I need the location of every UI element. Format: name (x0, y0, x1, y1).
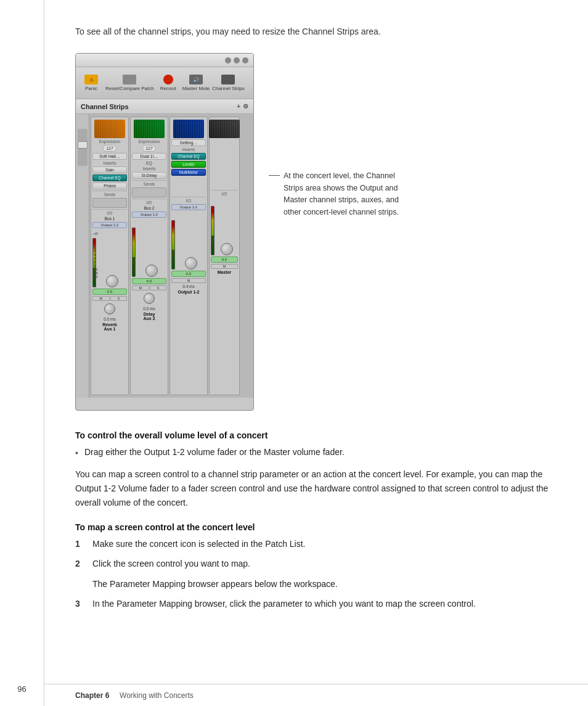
sends-section-1: Sends (92, 191, 127, 197)
expression-badge-2: 127 (142, 145, 156, 152)
solo-btn-2[interactable]: S (150, 285, 167, 290)
ms-buttons-3: M (171, 278, 206, 283)
toolbar-label-mute: Master Mute (182, 86, 210, 91)
footer-chapter-label: Chapter 6 (75, 691, 109, 700)
intro-text: To see all of the channel strips, you ma… (75, 25, 551, 38)
volume-knob-2[interactable] (145, 265, 158, 277)
toolbar-label-reset: Reset/Compare Patch (105, 86, 154, 91)
io-section-4: I/O (211, 190, 238, 196)
titlebar-circle-close (225, 57, 231, 64)
main-content: To see all of the channel strips, you ma… (44, 0, 588, 642)
add-strip-button[interactable]: + (237, 103, 240, 110)
toolbar-btn-panic[interactable]: ⚠ Panic (80, 75, 103, 91)
strip-thumbnail-4 (209, 120, 240, 138)
strip-thumbnail-2 (134, 120, 165, 138)
left-margin: 96 (0, 0, 44, 706)
titlebar-circle-max (242, 57, 248, 64)
io-section-1: I/O (92, 209, 127, 215)
ms-buttons-2: M S (132, 285, 166, 290)
pan-knob-1[interactable] (104, 303, 115, 314)
strip-label-2: Dual 1\… (132, 153, 166, 160)
output-label-3: Output 1-2 (171, 204, 206, 210)
toolbar-label-strips: Channel Strips (212, 86, 244, 91)
annotation-line (269, 175, 280, 176)
bus-label-1: Bus 1 (105, 216, 115, 221)
step-2-number: 2 (75, 557, 85, 570)
channel-strip-master: I/O 0.0 M (209, 117, 240, 395)
footer-chapter-text: Chapter 6 Working with Concerts (75, 691, 194, 700)
mixer-screenshot: ⚠ Panic Reset/Compare Patch Record 🔊 Mas… (75, 53, 254, 411)
mixer-titlebar (76, 54, 253, 67)
strip-time-2: 0.0 ms (143, 306, 155, 311)
strips-header-actions: + ⚙ (237, 103, 248, 110)
mixer-toolbar: ⚠ Panic Reset/Compare Patch Record 🔊 Mas… (76, 67, 253, 99)
step-3-number: 3 (75, 597, 85, 610)
output-label-2: Output 1-2 (132, 211, 166, 218)
insert-multimeter-3[interactable]: MultiMeter (171, 169, 206, 176)
mute-btn-2[interactable]: M (132, 285, 149, 290)
toolbar-btn-record[interactable]: Record (157, 75, 180, 91)
toolbar-btn-channel-strips[interactable]: Channel Strips (212, 75, 244, 91)
inserts-label-3: Inserts (182, 147, 195, 152)
strips-settings-button[interactable]: ⚙ (243, 103, 248, 110)
audio-icon: 🔊 (189, 75, 203, 84)
io-section-3: I/O (171, 197, 206, 203)
section2-heading: To map a screen control at the concert l… (75, 522, 551, 532)
level-meter-2 (132, 228, 136, 277)
channel-strip-output: Setting… Inserts Channel EQ Limiter Mult… (169, 117, 208, 395)
strip-label-3: Setting… (171, 139, 206, 146)
channel-strip-reverb-aux1: Expression 127 Soft Hall… Inserts Gain C… (91, 117, 129, 395)
mute-btn-3[interactable]: M (171, 278, 206, 283)
volume-knob-4[interactable] (221, 243, 233, 255)
volume-knob-1[interactable] (106, 275, 118, 287)
section1-heading: To control the overall volume level of a… (75, 430, 551, 440)
channel-strip-delay-aux2: Expression 127 Dual 1\… EQ Inserts St-De… (130, 117, 168, 395)
ms-buttons-1: M S (92, 296, 127, 301)
expression-badge-1: 127 (103, 145, 116, 152)
insert-limiter-3[interactable]: Limiter (171, 161, 206, 168)
insert-ptverb-1[interactable]: PtVerb (92, 183, 127, 189)
mute-btn-4[interactable]: M (211, 264, 238, 269)
toolbar-label-record: Record (160, 86, 176, 91)
channel-strips-container: Expression 127 Soft Hall… Inserts Gain C… (89, 114, 253, 398)
toolbar-btn-master-mute[interactable]: 🔊 Master Mute (182, 75, 210, 91)
insert-channel-eq-1[interactable]: Channel EQ (92, 174, 127, 181)
bullet-marker-1: ▪ (75, 446, 78, 459)
volume-knob-3[interactable] (185, 257, 197, 269)
record-icon (163, 75, 173, 84)
strip-name-2: DelayAux 2 (143, 312, 155, 321)
toolbar-btn-reset[interactable]: Reset/Compare Patch (105, 75, 154, 91)
step-1-number: 1 (75, 537, 85, 551)
step-2: 2 Click the screen control you want to m… (75, 557, 551, 570)
strips-header: Channel Strips + ⚙ (76, 99, 253, 114)
step-3-text: In the Parameter Mapping browser, click … (92, 597, 476, 610)
insert-stdelay-2[interactable]: St-Delay (132, 172, 166, 179)
footer-chapter-title: Working with Concerts (120, 691, 194, 700)
inserts-label-2: Inserts (142, 166, 155, 171)
bullet-item-1: ▪ Drag either the Output 1-2 volume fade… (75, 445, 551, 459)
gain-level-2: 0.0 (132, 278, 166, 284)
output-label-1: Output 1-2 (92, 222, 127, 228)
solo-btn-1[interactable]: S (110, 296, 128, 301)
page-container: 96 To see all of the channel strips, you… (0, 0, 588, 706)
mute-btn-1[interactable]: M (92, 296, 110, 301)
strips-header-title: Channel Strips (81, 103, 129, 110)
io-section-2: I/O (132, 199, 166, 205)
bullet-text-1: Drag either the Output 1-2 volume fader … (84, 445, 345, 459)
strip-thumbnail-1 (94, 120, 125, 138)
step-2-text: Click the screen control you want to map… (92, 557, 250, 570)
gain-level-1: 0.0 (92, 289, 127, 295)
sends-section-2: Sends (132, 180, 166, 186)
level-meter-3 (171, 220, 175, 269)
insert-channel-eq-3[interactable]: Channel EQ (171, 153, 206, 160)
strip-name-1: ReverbAux 1 (102, 322, 117, 331)
annotation-area: At the concert level, the Channel Strips… (254, 53, 551, 411)
step-2-sub: The Parameter Mapping browser appears be… (92, 577, 551, 591)
mixer-body: Expression 127 Soft Hall… Inserts Gain C… (76, 114, 253, 398)
insert-gain-1[interactable]: Gain (92, 166, 127, 173)
ms-buttons-4: M (211, 264, 238, 269)
gain-level-4: 0.0 (211, 257, 238, 263)
strip-name-4: Master (218, 270, 232, 274)
pan-knob-2[interactable] (144, 293, 155, 304)
screenshot-area: ⚠ Panic Reset/Compare Patch Record 🔊 Mas… (75, 53, 551, 411)
